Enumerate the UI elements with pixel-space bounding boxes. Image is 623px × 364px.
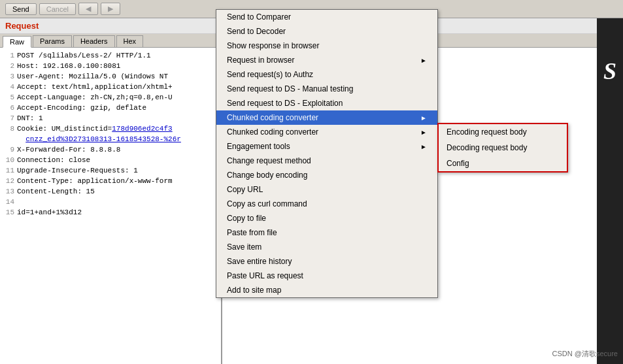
menu-item-chunked-2[interactable]: Chunked coding converter ► (216, 125, 437, 139)
back-button[interactable]: ◀ (78, 3, 98, 15)
menu-item-copy-url[interactable]: Copy URL (216, 182, 437, 197)
send-button[interactable]: Send (5, 3, 37, 15)
arrow-icon: ► (420, 114, 427, 122)
submenu-item-decoding[interactable]: Decoding request body (439, 140, 567, 156)
code-line: 12Content-Type: application/x-www-form (3, 176, 218, 186)
code-line: 7DNT: 1 (3, 113, 218, 124)
menu-item-send-authz[interactable]: Send request(s) to Authz (216, 67, 437, 82)
code-line: 15id=1+and+1%3d12 (3, 207, 218, 218)
watermark: CSDN @清歌secure (552, 349, 618, 359)
submenu-item-config[interactable]: Config (439, 156, 567, 171)
code-line: 11Upgrade-Insecure-Requests: 1 (3, 165, 218, 176)
menu-item-copy-curl[interactable]: Copy as curl command (216, 197, 437, 211)
forward-button[interactable]: ▶ (101, 3, 120, 15)
menu-item-paste-file[interactable]: Paste from file (216, 225, 437, 240)
black-side-panel: S (597, 18, 623, 364)
menu-item-engagement[interactable]: Engagement tools ► (216, 139, 437, 154)
menu-item-change-body[interactable]: Change body encoding (216, 168, 437, 182)
arrow-icon: ► (420, 57, 427, 64)
request-tabs: Raw Params Headers Hex (0, 34, 221, 48)
menu-item-show-response[interactable]: Show response in browser (216, 39, 437, 53)
request-panel: Request Raw Params Headers Hex 1POST /sq… (0, 18, 222, 364)
code-line: 10Connection: close (3, 155, 218, 165)
code-line: 13Content-Length: 15 (3, 186, 218, 197)
code-line: cnzz_eid%3D273108313-1618543528-%26r (3, 134, 218, 144)
tab-raw[interactable]: Raw (3, 36, 31, 48)
menu-item-save-history[interactable]: Save entire history (216, 254, 437, 269)
menu-item-paste-url[interactable]: Paste URL as request (216, 269, 437, 283)
tab-headers[interactable]: Headers (73, 35, 115, 47)
submenu-item-encoding[interactable]: Encoding request body (439, 124, 567, 140)
submenu-chunked[interactable]: Encoding request body Decoding request b… (437, 123, 568, 173)
arrow-icon: ► (420, 129, 427, 136)
menu-item-copy-file[interactable]: Copy to file (216, 211, 437, 225)
context-menu[interactable]: Send to Comparer Send to Decoder Show re… (216, 9, 438, 298)
tab-params[interactable]: Params (33, 35, 72, 47)
menu-item-request-browser[interactable]: Request in browser ► (216, 53, 437, 67)
code-line: 1POST /sqlilabs/Less-2/ HTTP/1.1 (3, 50, 218, 61)
menu-item-change-method[interactable]: Change request method (216, 154, 437, 168)
request-title: Request (0, 18, 221, 34)
menu-item-send-ds-manual[interactable]: Send request to DS - Manual testing (216, 82, 437, 96)
request-code-area: 1POST /sqlilabs/Less-2/ HTTP/1.1 2Host: … (0, 48, 221, 364)
arrow-icon: ► (420, 143, 427, 150)
menu-item-chunked-1[interactable]: Chunked coding converter ► (216, 110, 437, 125)
s-icon: S (603, 58, 616, 85)
tab-hex[interactable]: Hex (116, 35, 144, 47)
code-line: 5Accept-Language: zh-CN,zh;q=0.8,en-U (3, 92, 218, 103)
cancel-button[interactable]: Cancel (39, 3, 76, 15)
menu-item-send-ds-exploit[interactable]: Send request to DS - Exploitation (216, 96, 437, 110)
menu-item-send-comparer[interactable]: Send to Comparer (216, 10, 437, 24)
code-line: 9X-Forwarded-For: 8.8.8.8 (3, 144, 218, 155)
code-line: 14 (3, 197, 218, 207)
code-line: 2Host: 192.168.0.100:8081 (3, 61, 218, 71)
code-line: 4Accept: text/html,application/xhtml+ (3, 82, 218, 92)
code-line: 6Accept-Encoding: gzip, deflate (3, 103, 218, 113)
code-line: 3User-Agent: Mozilla/5.0 (Windows NT (3, 71, 218, 82)
menu-item-add-sitemap[interactable]: Add to site map (216, 283, 437, 297)
code-line: 8Cookie: UM_distinctid=178d906ed2c4f3 (3, 124, 218, 134)
menu-item-send-decoder[interactable]: Send to Decoder (216, 24, 437, 39)
menu-item-save-item[interactable]: Save item (216, 240, 437, 254)
